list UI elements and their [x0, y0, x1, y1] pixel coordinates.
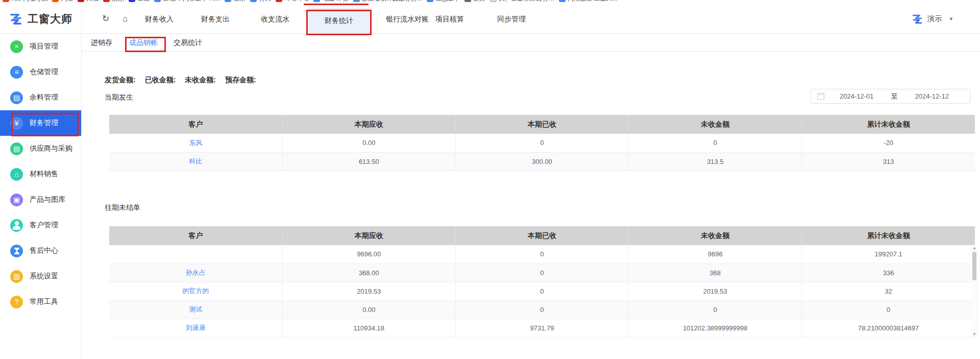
cell-unreceived: 101202.38999999998: [629, 319, 802, 337]
home-icon[interactable]: ⌂: [122, 5, 128, 33]
bookmark-label: 哔哩哔哩: [284, 0, 309, 3]
date-range-picker[interactable]: 2024-12-01 至 2024-12-12: [811, 89, 971, 104]
bookmark-item[interactable]: 登录: [225, 0, 246, 3]
date-start[interactable]: 2024-12-01: [824, 92, 889, 100]
bookmark-item[interactable]: hao 网址导航: [3, 0, 47, 3]
customer-link[interactable]: 的官方的: [109, 282, 282, 300]
logo-icon: [9, 12, 23, 26]
date-end[interactable]: 2024-12-12: [900, 92, 965, 100]
favicon-icon: [276, 0, 282, 2]
bookmark-item[interactable]: 爱思版本: [427, 0, 460, 3]
sub-tab-bar: 进销存 成品销帐 交易统计: [82, 34, 980, 52]
app-header: 工窗大师 ↻ ⌂ 财务收入 财务支出 收支流水 财务统计 银行流水对账 项目核算…: [0, 5, 980, 34]
table-row: 9696.00 0 9696 199207.1: [109, 245, 975, 264]
tab-finished-goods-ledger[interactable]: 成品销帐: [129, 34, 158, 51]
nav-tab-finance-expense[interactable]: 财务支出: [201, 5, 230, 33]
nav-tab-project-accounting[interactable]: 项目核算: [435, 5, 464, 33]
summary-shipment-amount: 发货金额:: [105, 76, 136, 85]
cell-received: 300.00: [455, 152, 628, 171]
sidebar-item-warehouse-management[interactable]: ≡ 仓储管理: [0, 59, 81, 85]
table-row: 东风 0.00 0 0 -20: [109, 134, 975, 152]
cell-cumulative-unreceived: 336: [802, 264, 975, 282]
sidebar-item-material-sales[interactable]: ⌂ 材料销售: [0, 161, 81, 187]
bookmark-item[interactable]: 网站微爱 工图大...: [559, 0, 617, 3]
favicon-icon: [3, 0, 9, 2]
customer-link[interactable]: 测试: [109, 300, 282, 319]
page-root: hao 网址导航 淘宝 天猫 京东 百度 豆包AI 内容版平-AI... 登录 …: [0, 0, 980, 359]
sidebar-item-supplier-procurement[interactable]: ▤ 供应商与采购: [0, 136, 81, 161]
column-header: 客户: [109, 115, 282, 134]
favicon-icon: [427, 0, 433, 2]
layers-icon: ≡: [10, 66, 23, 79]
summary-unreceived-amount: 未收金额:: [185, 76, 216, 85]
sidebar-item-product-gallery[interactable]: ▣ 产品与图库: [0, 187, 81, 212]
column-header: 本期已收: [455, 226, 628, 245]
cell-cumulative-unreceived: 32: [802, 282, 975, 300]
cell-received: 0: [455, 245, 628, 264]
scroll-thumb[interactable]: [972, 252, 976, 280]
column-header: 客户: [109, 226, 282, 245]
bookmark-item[interactable]: 地图 体验: [313, 0, 348, 3]
bookmark-item[interactable]: 淘宝: [52, 0, 73, 3]
sidebar-item-label: 余料管理: [30, 93, 58, 102]
cell-cumulative-unreceived: 78.21000003814697: [802, 319, 975, 337]
bookmark-label: 天猫: [86, 0, 99, 3]
tab-inventory[interactable]: 进销存: [91, 34, 112, 51]
bookmark-item[interactable]: 豆包AI 内容版平-AI...: [154, 0, 220, 3]
header-divider: [82, 9, 82, 30]
cell-receivable: 368.00: [282, 264, 455, 282]
favicon-icon: [52, 0, 59, 2]
customer-link[interactable]: 孙永占: [109, 264, 282, 282]
nav-tab-finance-income[interactable]: 财务收入: [145, 5, 174, 33]
sidebar-item-after-sales[interactable]: 售后中心: [0, 238, 81, 264]
bookmark-item[interactable]: 头、变量帮助说明 ...: [490, 0, 554, 3]
bookmark-item[interactable]: 新加坡软件园政务分...: [353, 0, 422, 3]
table-row: 科比 613.50 300.00 313.5 313: [109, 152, 975, 171]
scroll-up-icon[interactable]: ▲: [971, 246, 978, 250]
sidebar-item-system-settings[interactable]: ▥ 系统设置: [0, 264, 81, 289]
sidebar-item-finance-management[interactable]: ¥ 财务管理: [0, 110, 81, 136]
favicon-icon: [154, 0, 161, 2]
nav-tab-finance-statistics[interactable]: 财务统计: [308, 8, 370, 33]
cell-received: 0: [455, 282, 628, 300]
nav-tab-sync-management[interactable]: 同步管理: [497, 5, 526, 33]
sidebar-item-common-tools[interactable]: ? 常用工具: [0, 289, 81, 315]
customer-link[interactable]: 东风: [109, 134, 282, 152]
nav-tab-bank-reconciliation[interactable]: 银行流水对账: [386, 5, 429, 33]
cell-received: 0: [455, 300, 628, 319]
cell-receivable: 0.00: [282, 300, 455, 319]
column-header: 累计未收金额: [802, 226, 975, 245]
cross-icon: ×: [10, 40, 23, 53]
customer-link[interactable]: 刘康康: [109, 319, 282, 337]
sidebar: × 项目管理 ≡ 仓储管理 ▤ 余料管理 ¥ 财务管理 ▤ 供应商与采购 ⌂ 材…: [0, 34, 82, 359]
cell-receivable: 110934.18: [282, 319, 455, 337]
user-menu[interactable]: 演示 ▼: [912, 5, 953, 33]
user-name: 演示: [927, 14, 942, 23]
cell-receivable: 0.00: [282, 134, 455, 152]
refresh-icon[interactable]: ↻: [102, 5, 109, 33]
sidebar-item-customer-management[interactable]: 客户管理: [0, 212, 81, 238]
tab-transaction-statistics[interactable]: 交易统计: [174, 34, 202, 51]
sidebar-item-project-management[interactable]: × 项目管理: [0, 34, 81, 59]
sidebar-item-label: 供应商与采购: [30, 144, 72, 153]
scroll-down-icon[interactable]: ▼: [971, 332, 978, 337]
bookmark-label: hao 网址导航: [11, 0, 47, 3]
bookmark-item[interactable]: 企类: [464, 0, 485, 3]
bookmark-item[interactable]: 哔哩哔哩: [276, 0, 309, 3]
table-scrollbar[interactable]: ▲ ▼: [971, 245, 978, 337]
bookmark-item[interactable]: 京东: [103, 0, 124, 3]
favicon-icon: [103, 0, 110, 2]
house-coin-icon: ⌂: [10, 168, 23, 181]
bookmark-label: 京东: [112, 0, 124, 3]
bookmark-item[interactable]: 百度: [129, 0, 150, 3]
column-header: 累计未收金额: [802, 115, 975, 134]
cell-unreceived: 2019.53: [629, 282, 802, 300]
column-header: 未收金额: [629, 226, 802, 245]
sidebar-item-label: 项目管理: [30, 42, 58, 51]
bookmark-item[interactable]: 天猫: [78, 0, 99, 3]
nav-tab-cash-flow[interactable]: 收支流水: [261, 5, 289, 33]
bookmark-label: 登录: [233, 0, 246, 3]
sidebar-item-surplus-material[interactable]: ▤ 余料管理: [0, 85, 81, 110]
bookmark-item[interactable]: 得力: [250, 0, 271, 3]
customer-link[interactable]: 科比: [109, 152, 282, 171]
